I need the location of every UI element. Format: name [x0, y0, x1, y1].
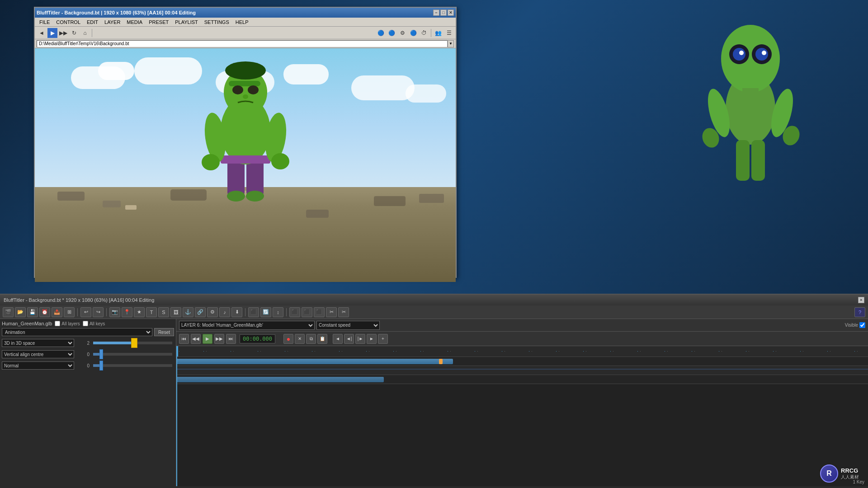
timeline-thumb-1[interactable]: [131, 338, 137, 348]
visible-checkbox[interactable]: [859, 322, 865, 328]
slider-thumb-3[interactable]: [99, 361, 103, 371]
bt-save-button[interactable]: 💾: [27, 307, 38, 317]
bt-new-button[interactable]: 🎬: [3, 307, 14, 317]
nav-add-button[interactable]: +: [378, 334, 388, 344]
add-keyframe-button[interactable]: ●: [283, 334, 293, 344]
viewport: [35, 48, 456, 282]
delete-keyframe-button[interactable]: ✕: [295, 334, 305, 344]
play-button[interactable]: ▶: [47, 28, 57, 38]
users-button[interactable]: 👥: [433, 28, 443, 38]
bt-grid-button[interactable]: ⊞: [64, 307, 75, 317]
prop-select-3[interactable]: Normal: [2, 361, 74, 370]
svg-rect-20: [221, 155, 270, 164]
menu-edit[interactable]: EDIT: [84, 19, 101, 26]
bt-tool-6[interactable]: ⬛: [314, 307, 325, 317]
bt-tool-4[interactable]: ⬛: [289, 307, 300, 317]
menu-media[interactable]: MEDIA: [124, 19, 145, 26]
slider-thumb-2[interactable]: [99, 349, 103, 359]
bt-undo-button[interactable]: ↩: [80, 307, 91, 317]
restore-button[interactable]: □: [440, 9, 447, 16]
bt-download-button[interactable]: ⬇: [231, 307, 242, 317]
svg-point-29: [232, 85, 243, 94]
menu-layer[interactable]: LAYER: [102, 19, 123, 26]
forward-button[interactable]: ▶▶: [58, 28, 68, 38]
prev-button[interactable]: ◀◀: [191, 334, 201, 344]
bt-image-button[interactable]: 🖼: [170, 307, 181, 317]
speed-select[interactable]: Constant speed: [316, 321, 380, 330]
end-button[interactable]: ⏭: [226, 334, 236, 344]
bt-link-button[interactable]: 🔗: [195, 307, 206, 317]
toolbar-icon-3[interactable]: ⚙: [397, 28, 407, 38]
prop-select-1[interactable]: 3D in 3D space: [2, 339, 74, 347]
menu-playlist[interactable]: PLAYLIST: [172, 19, 201, 26]
toolbar-icon-1[interactable]: 🔵: [376, 28, 386, 38]
menu-button[interactable]: ☰: [444, 28, 454, 38]
bt-settings-button[interactable]: ⚙: [207, 307, 218, 317]
toolbar-icon-5[interactable]: ⏱: [419, 28, 429, 38]
bt-tool-2[interactable]: 🔃: [260, 307, 271, 317]
bt-open-button[interactable]: 📂: [15, 307, 26, 317]
menu-control[interactable]: CONTROL: [53, 19, 83, 26]
address-input[interactable]: [37, 40, 448, 47]
bt-music-button[interactable]: ♪: [219, 307, 230, 317]
timeline-track-2[interactable]: [176, 357, 868, 366]
menu-file[interactable]: FILE: [37, 19, 52, 26]
menu-settings[interactable]: SETTINGS: [202, 19, 232, 26]
bt-tool-1[interactable]: ⬛: [248, 307, 259, 317]
all-layers-checkbox[interactable]: [55, 321, 60, 326]
back-button[interactable]: ◄: [37, 28, 47, 38]
bt-sep-4: [286, 308, 287, 316]
play-pause-button[interactable]: ▶: [203, 334, 212, 344]
bt-tool-3[interactable]: ↕: [273, 307, 283, 317]
timeline-track-3[interactable]: [176, 366, 868, 375]
rock-1: [57, 192, 85, 201]
timeline-nav-buttons: ◄ ◄| |► ► +: [333, 334, 388, 344]
menu-preset[interactable]: PRESET: [146, 19, 171, 26]
bt-anchor-button[interactable]: ⚓: [183, 307, 193, 317]
toolbar-icon-4[interactable]: 🔵: [408, 28, 418, 38]
bt-shape-button[interactable]: S: [158, 307, 169, 317]
close-button[interactable]: ✕: [448, 9, 454, 16]
bt-clock-button[interactable]: ⏰: [39, 307, 50, 317]
all-keys-checkbox[interactable]: [83, 321, 88, 326]
keyframe-marker-1[interactable]: [439, 359, 443, 364]
playhead-line: [176, 346, 177, 486]
desktop-character: [678, 9, 823, 203]
layer-select[interactable]: LAYER 6: Model 'Human_GreenMan.glb': [179, 321, 315, 330]
reset-button[interactable]: Reset: [154, 328, 174, 336]
bt-tool-8[interactable]: ✂: [338, 307, 349, 317]
bt-pin-button[interactable]: 📍: [122, 307, 132, 317]
address-dropdown[interactable]: ▼: [448, 40, 454, 47]
bt-camera-button[interactable]: 📷: [109, 307, 120, 317]
nav-right-button[interactable]: ►: [367, 334, 377, 344]
bottom-close-button[interactable]: ✕: [858, 297, 864, 303]
nav-prev-key-button[interactable]: ◄|: [344, 334, 354, 344]
prop-select-2[interactable]: Vertical align centre: [2, 350, 74, 358]
bt-tool-7[interactable]: ✂: [326, 307, 337, 317]
bt-text-button[interactable]: T: [146, 307, 157, 317]
menu-help[interactable]: HELP: [233, 19, 251, 26]
bt-tool-5[interactable]: ⬛: [302, 307, 312, 317]
animation-select[interactable]: Animation: [2, 328, 152, 336]
timeline-track-4[interactable]: [176, 375, 868, 384]
home-button[interactable]: ⌂: [80, 28, 90, 38]
next-button[interactable]: ▶▶: [214, 334, 224, 344]
refresh-button[interactable]: ↻: [69, 28, 79, 38]
paste-keyframe-button[interactable]: 📋: [317, 334, 327, 344]
watermark: R RRCG 人人素材: [820, 465, 859, 483]
prop-value-1: 2: [76, 341, 90, 346]
desktop: BluffTitler - Background.bt | 1920 x 108…: [0, 0, 868, 488]
rewind-button[interactable]: ⏮: [179, 334, 189, 344]
bt-export-button[interactable]: 📤: [52, 307, 62, 317]
bt-redo-button[interactable]: ↪: [93, 307, 104, 317]
nav-next-key-button[interactable]: |►: [355, 334, 365, 344]
svg-point-5: [755, 48, 768, 61]
toolbar-icon-2[interactable]: 🔵: [387, 28, 396, 38]
svg-point-24: [271, 153, 289, 169]
app-window: BluffTitler - Background.bt | 1920 x 108…: [34, 7, 457, 278]
bt-star-button[interactable]: ★: [134, 307, 145, 317]
minimize-button[interactable]: −: [433, 9, 439, 16]
nav-left-button[interactable]: ◄: [333, 334, 343, 344]
copy-keyframe-button[interactable]: ⧉: [306, 334, 316, 344]
bt-help-button[interactable]: ?: [854, 307, 865, 317]
